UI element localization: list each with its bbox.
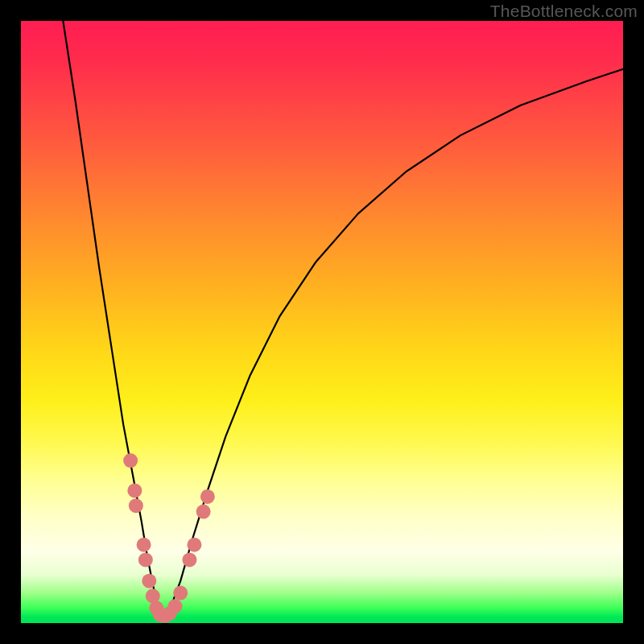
outer-frame: TheBottleneck.com <box>0 0 644 644</box>
marker-dot <box>200 489 215 504</box>
curve-left-arm <box>63 21 161 617</box>
marker-dot <box>167 599 182 613</box>
plot-area <box>21 21 623 623</box>
marker-dot <box>137 538 151 552</box>
marker-dot <box>123 453 138 468</box>
watermark-text: TheBottleneck.com <box>490 2 638 21</box>
marker-dot <box>173 586 188 601</box>
marker-dot <box>129 498 143 513</box>
marker-dot <box>187 538 201 552</box>
curve-right-arm <box>166 69 623 617</box>
marker-dot <box>127 483 142 497</box>
chart-svg <box>21 21 623 623</box>
marker-dot <box>182 552 196 567</box>
marker-dot <box>142 574 156 588</box>
marker-dot <box>196 505 211 519</box>
marker-dot <box>138 552 153 567</box>
